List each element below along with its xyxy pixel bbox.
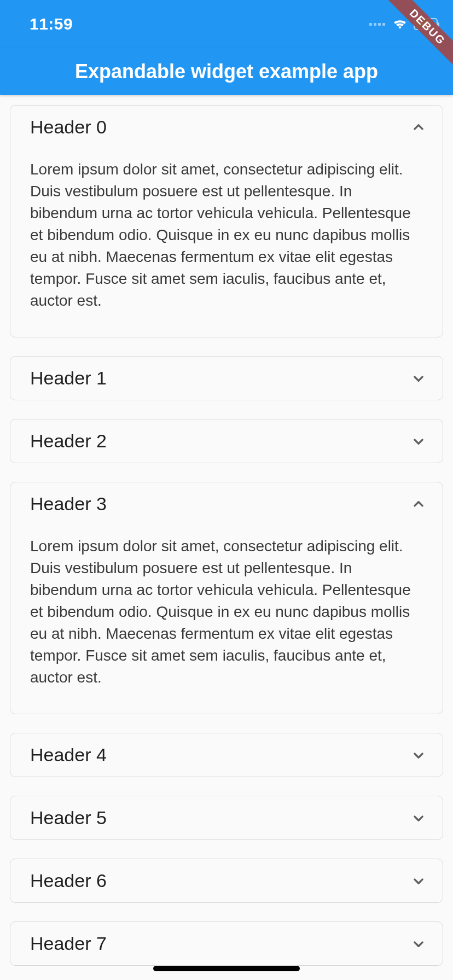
home-indicator	[153, 966, 300, 971]
expansion-panel-header[interactable]: Header 7	[10, 922, 443, 965]
expansion-panel-header[interactable]: Header 0	[10, 106, 443, 149]
status-time: 11:59	[30, 15, 73, 33]
expansion-panel-title: Header 2	[30, 430, 107, 452]
chevron-up-icon[interactable]	[409, 118, 428, 137]
chevron-down-icon[interactable]	[409, 808, 428, 828]
expansion-panel: Header 0Lorem ipsum dolor sit amet, cons…	[10, 105, 443, 337]
expansion-panel-body-text: Lorem ipsum dolor sit amet, consectetur …	[30, 535, 423, 689]
expansion-panel-header[interactable]: Header 6	[10, 859, 443, 902]
app-bar-title: Expandable widget example app	[75, 60, 378, 83]
expansion-panel-title: Header 5	[30, 807, 107, 829]
chevron-down-icon[interactable]	[409, 745, 428, 765]
wifi-icon	[392, 18, 408, 30]
expansion-panel: Header 2	[10, 419, 443, 463]
expansion-panel-header[interactable]: Header 5	[10, 796, 443, 839]
expansion-panel-header[interactable]: Header 4	[10, 733, 443, 777]
expansion-panel-title: Header 1	[30, 368, 107, 389]
expansion-panel: Header 1	[10, 356, 443, 400]
battery-icon: ⚡	[414, 18, 438, 30]
expansion-panel-title: Header 4	[30, 744, 107, 766]
expansion-panel-title: Header 6	[30, 870, 107, 891]
app-bar: Expandable widget example app	[0, 48, 453, 95]
chevron-down-icon[interactable]	[409, 871, 428, 891]
expansion-panel-header[interactable]: Header 1	[10, 357, 443, 400]
cellular-icon	[369, 23, 385, 26]
status-icons: ⚡	[369, 18, 438, 30]
expansion-panel-header[interactable]: Header 3	[10, 482, 443, 526]
expansion-panel: Header 5	[10, 796, 443, 840]
chevron-down-icon[interactable]	[409, 431, 428, 451]
expansion-panel-header[interactable]: Header 2	[10, 419, 443, 463]
expansion-panel-title: Header 7	[30, 933, 107, 954]
expansion-panel-body: Lorem ipsum dolor sit amet, consectetur …	[10, 526, 443, 714]
expansion-panel: Header 6	[10, 859, 443, 903]
expansion-panel: Header 4	[10, 733, 443, 777]
chevron-down-icon[interactable]	[409, 934, 428, 954]
expansion-panel-title: Header 0	[30, 116, 107, 138]
chevron-down-icon[interactable]	[409, 369, 428, 388]
expansion-panel-body-text: Lorem ipsum dolor sit amet, consectetur …	[30, 159, 423, 312]
expansion-panel: Header 3Lorem ipsum dolor sit amet, cons…	[10, 482, 443, 714]
status-bar: 11:59 ⚡	[0, 0, 453, 48]
expansion-panel-body: Lorem ipsum dolor sit amet, consectetur …	[10, 149, 443, 337]
chevron-up-icon[interactable]	[409, 494, 428, 514]
content-scroll[interactable]: Header 0Lorem ipsum dolor sit amet, cons…	[0, 95, 453, 980]
expansion-panel-title: Header 3	[30, 493, 107, 515]
expansion-panel: Header 7	[10, 921, 443, 966]
